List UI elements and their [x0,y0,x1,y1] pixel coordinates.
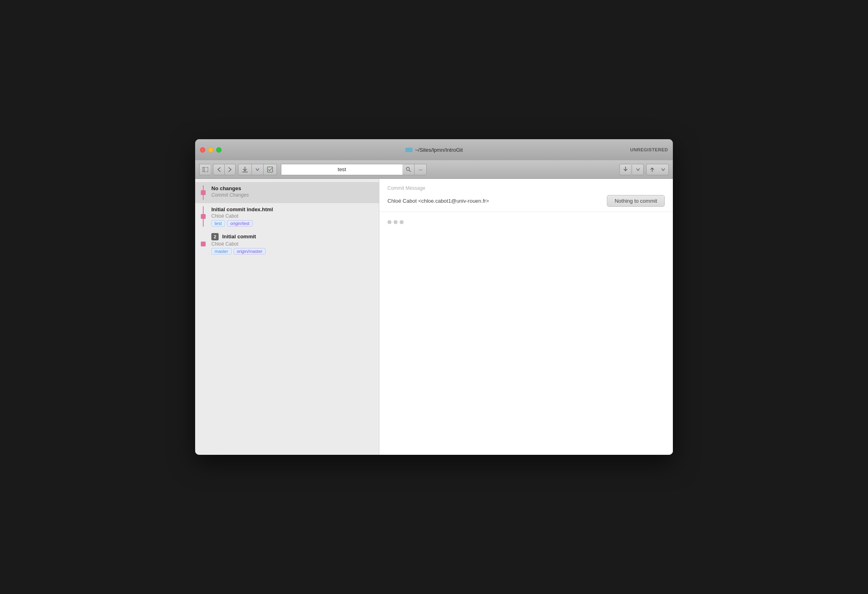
pull-dropdown-button[interactable] [632,164,644,175]
stage-dropdown-button[interactable] [252,164,263,175]
loading-dot-1 [387,220,391,224]
nothing-to-commit-button[interactable]: Nothing to commit [607,195,665,207]
commit-author-initial-index: Chloé Cabot [211,213,372,219]
commit-title-text: Initial commit [222,233,256,240]
search-icon [406,167,411,172]
pull-icon [623,167,628,172]
commit-dot [201,214,206,219]
titlebar: ~/Sites/lpmn/IntroGit UNREGISTERED [195,139,673,160]
loading-dots-area [379,212,673,232]
detail-empty-area [379,232,673,455]
commit-title-initial: 2 Initial commit [211,233,372,240]
commit-item-initial-index[interactable]: Initial commit index.html Chloé Cabot te… [195,203,379,230]
commit-subtitle-no-changes: Commit Changes [211,192,372,198]
push-dropdown-icon [662,168,665,171]
commit-dot [201,190,206,195]
pull-button[interactable] [619,164,631,175]
traffic-lights [200,147,221,153]
main-window: ~/Sites/lpmn/IntroGit UNREGISTERED [195,139,673,455]
title-text: ~/Sites/lpmn/IntroGit [415,147,463,153]
detail-panel: Commit Message Chloé Cabot <chloe.cabot1… [379,179,673,455]
pull-push-group [619,164,644,175]
commit-message-header: Chloé Cabot <chloe.cabot1@univ-rouen.fr>… [387,195,665,207]
search-button[interactable] [402,164,415,175]
commit-title-initial-index: Initial commit index.html [211,206,372,212]
commit-message-section: Commit Message Chloé Cabot <chloe.cabot1… [379,179,673,212]
toolbar: ··· [195,160,673,179]
push-icon [650,167,654,172]
commit-icon [267,167,273,172]
branch-input[interactable] [281,164,402,175]
more-button[interactable]: ··· [415,164,427,175]
repo-icon [405,148,413,152]
commit-dot [201,242,206,246]
minimize-button[interactable] [208,147,213,153]
push-button-group [646,164,669,175]
commit-tags-initial: master origin/master [211,248,372,255]
commit-info-no-changes: No changes Commit Changes [211,185,372,198]
push-button[interactable] [646,164,657,175]
commit-info-initial-index: Initial commit index.html Chloé Cabot te… [211,206,372,227]
loading-dot-2 [394,220,398,224]
commit-list: No changes Commit Changes Initial commit… [195,179,379,261]
commit-area [238,164,277,175]
back-icon [217,167,221,172]
back-button[interactable] [213,164,224,175]
tag-origin-test: origin/test [227,220,253,227]
forward-icon [228,167,232,172]
commit-info-initial: 2 Initial commit Chloé Cabot master orig… [211,233,372,255]
commit-title-no-changes: No changes [211,185,372,191]
timeline-initial-index [195,206,211,227]
timeline-no-changes [195,185,211,200]
tag-test: test [211,220,225,227]
commit-checkbox-button[interactable] [263,164,277,175]
svg-rect-0 [202,167,208,172]
commit-tags-initial-index: test origin/test [211,220,372,227]
more-icon: ··· [419,166,423,173]
commit-number: 2 [211,233,219,240]
dropdown-icon [256,168,259,171]
sidebar-toggle-group [199,164,211,175]
loading-dot-3 [400,220,404,224]
maximize-button[interactable] [216,147,221,153]
tag-master: master [211,248,232,255]
push-dropdown-button[interactable] [657,164,669,175]
sidebar-toggle-button[interactable] [199,164,211,175]
pull-dropdown-icon [636,168,640,171]
tag-origin-master: origin/master [234,248,266,255]
commit-author-initial: Chloé Cabot [211,241,372,247]
forward-button[interactable] [224,164,236,175]
stage-button[interactable] [238,164,252,175]
main-content: No changes Commit Changes Initial commit… [195,179,673,455]
svg-point-5 [406,168,410,171]
commit-item-no-changes[interactable]: No changes Commit Changes [195,182,379,203]
sidebar-icon [202,167,208,172]
commit-author-email: Chloé Cabot <chloe.cabot1@univ-rouen.fr> [387,198,489,204]
commit-list-panel: No changes Commit Changes Initial commit… [195,179,379,455]
unregistered-label: UNREGISTERED [630,147,668,152]
window-title: ~/Sites/lpmn/IntroGit [405,147,463,153]
commit-item-initial[interactable]: 2 Initial commit Chloé Cabot master orig… [195,230,379,258]
commit-message-label: Commit Message [387,185,665,191]
svg-line-6 [409,170,411,172]
stage-icon [242,167,248,172]
timeline-initial [195,233,211,255]
branch-search-area: ··· [281,164,427,175]
nav-button-group [213,164,236,175]
close-button[interactable] [200,147,205,153]
